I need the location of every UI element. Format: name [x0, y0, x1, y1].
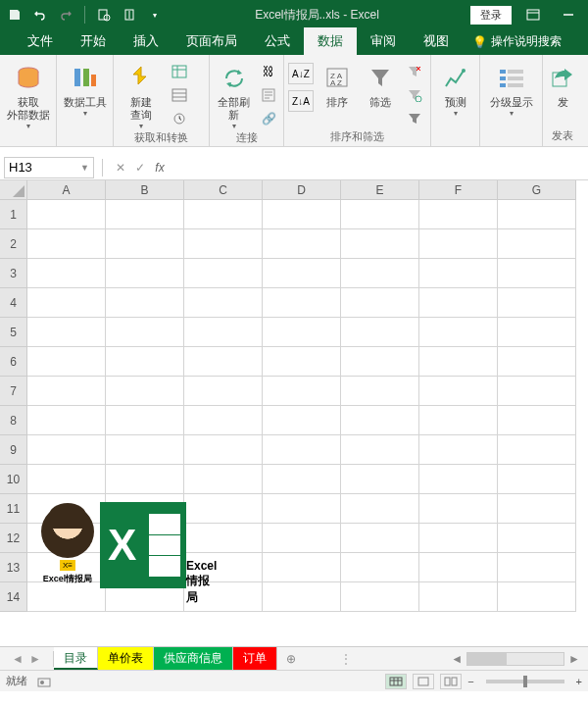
cell[interactable]	[498, 582, 576, 612]
zoom-in-button[interactable]: +	[576, 676, 582, 687]
cell[interactable]	[498, 524, 576, 553]
touch-mode-icon[interactable]	[121, 6, 138, 24]
row-header[interactable]: 14	[0, 582, 27, 612]
cell[interactable]	[498, 377, 576, 406]
cell[interactable]	[419, 524, 498, 553]
cell[interactable]	[341, 465, 419, 494]
cell[interactable]	[341, 318, 419, 347]
cell[interactable]	[419, 406, 498, 435]
tab-layout[interactable]: 页面布局	[172, 27, 251, 55]
cell[interactable]	[341, 200, 419, 229]
normal-view-button[interactable]	[385, 674, 407, 689]
scroll-right-icon[interactable]: ►	[564, 652, 584, 666]
cell[interactable]	[27, 406, 106, 435]
cell[interactable]	[419, 259, 498, 288]
cell[interactable]	[419, 465, 498, 494]
get-external-data-button[interactable]: 获取 外部数据 ▾	[4, 59, 52, 130]
cell[interactable]	[341, 406, 419, 435]
row-header[interactable]: 2	[0, 229, 27, 259]
row-header[interactable]: 3	[0, 259, 27, 288]
cell[interactable]	[27, 347, 106, 377]
cell[interactable]	[498, 288, 576, 318]
cell[interactable]	[184, 318, 263, 347]
cell[interactable]	[341, 259, 419, 288]
column-header[interactable]: F	[419, 180, 498, 200]
new-sheet-button[interactable]: ⊕	[277, 652, 305, 666]
save-icon[interactable]	[6, 6, 24, 24]
cell[interactable]	[263, 406, 341, 435]
cell[interactable]	[184, 229, 263, 259]
sheet-tab[interactable]: 单价表	[98, 647, 154, 670]
sheet-nav-next-icon[interactable]: ►	[29, 652, 41, 666]
tab-view[interactable]: 视图	[410, 27, 463, 55]
row-header[interactable]: 9	[0, 435, 27, 465]
cell[interactable]	[419, 553, 498, 582]
sort-desc-icon[interactable]: Z↓A	[288, 90, 314, 112]
row-header[interactable]: 12	[0, 524, 27, 553]
cell[interactable]	[498, 200, 576, 229]
cell[interactable]	[263, 553, 341, 582]
cell[interactable]	[106, 318, 184, 347]
outline-button[interactable]: 分级显示 ▾	[484, 59, 538, 118]
cell[interactable]	[106, 377, 184, 406]
cell[interactable]	[184, 406, 263, 435]
row-header[interactable]: 8	[0, 406, 27, 435]
cell[interactable]	[263, 494, 341, 524]
cell[interactable]	[341, 553, 419, 582]
scroll-left-icon[interactable]: ◄	[447, 652, 466, 666]
name-box[interactable]: H13 ▼	[4, 157, 94, 178]
cell[interactable]	[498, 229, 576, 259]
reapply-icon[interactable]	[404, 84, 425, 106]
macro-record-icon[interactable]	[37, 675, 51, 688]
cell[interactable]	[341, 435, 419, 465]
embedded-image[interactable]: X≡ Excel情报局 X Excel情报局	[41, 496, 213, 594]
cell[interactable]	[27, 465, 106, 494]
cell[interactable]	[27, 259, 106, 288]
row-header[interactable]: 5	[0, 318, 27, 347]
cell[interactable]	[27, 377, 106, 406]
tell-me-search[interactable]: 💡 操作说明搜索	[463, 28, 571, 55]
tab-formulas[interactable]: 公式	[251, 27, 304, 55]
cell[interactable]	[106, 288, 184, 318]
cell[interactable]	[184, 288, 263, 318]
ribbon-options-icon[interactable]	[519, 5, 547, 25]
qat-customize-icon[interactable]: ▾	[146, 6, 164, 24]
cell[interactable]	[498, 347, 576, 377]
login-button[interactable]: 登录	[470, 6, 512, 25]
row-header[interactable]: 10	[0, 465, 27, 494]
cell[interactable]	[419, 582, 498, 612]
cell[interactable]	[27, 229, 106, 259]
column-header[interactable]: B	[106, 180, 184, 200]
page-break-view-button[interactable]	[440, 674, 462, 689]
cell[interactable]	[184, 259, 263, 288]
edit-links-icon[interactable]: 🔗	[258, 108, 279, 129]
horizontal-scrollbar[interactable]: ◄ ►	[358, 652, 588, 666]
column-header[interactable]: A	[27, 180, 106, 200]
new-query-button[interactable]: 新建 查询 ▾	[118, 59, 165, 130]
cell[interactable]	[263, 377, 341, 406]
properties-icon[interactable]	[258, 84, 279, 106]
print-preview-icon[interactable]	[95, 6, 113, 24]
cell[interactable]	[184, 465, 263, 494]
cell[interactable]	[263, 318, 341, 347]
tab-review[interactable]: 审阅	[357, 27, 410, 55]
zoom-out-button[interactable]: −	[467, 676, 473, 687]
redo-icon[interactable]	[57, 6, 74, 24]
cell[interactable]	[263, 259, 341, 288]
tab-data[interactable]: 数据	[304, 27, 357, 55]
cell[interactable]	[498, 494, 576, 524]
cell[interactable]	[498, 435, 576, 465]
cell[interactable]	[27, 435, 106, 465]
cell[interactable]	[106, 229, 184, 259]
cell[interactable]	[341, 347, 419, 377]
tab-split-handle[interactable]: ⋮	[334, 652, 358, 666]
cell[interactable]	[184, 200, 263, 229]
cell[interactable]	[419, 200, 498, 229]
column-header[interactable]: C	[184, 180, 263, 200]
filter-button[interactable]: 筛选	[361, 59, 400, 109]
cell[interactable]	[263, 524, 341, 553]
cell[interactable]	[498, 553, 576, 582]
cell[interactable]	[106, 406, 184, 435]
cell[interactable]	[419, 347, 498, 377]
cell[interactable]	[263, 288, 341, 318]
